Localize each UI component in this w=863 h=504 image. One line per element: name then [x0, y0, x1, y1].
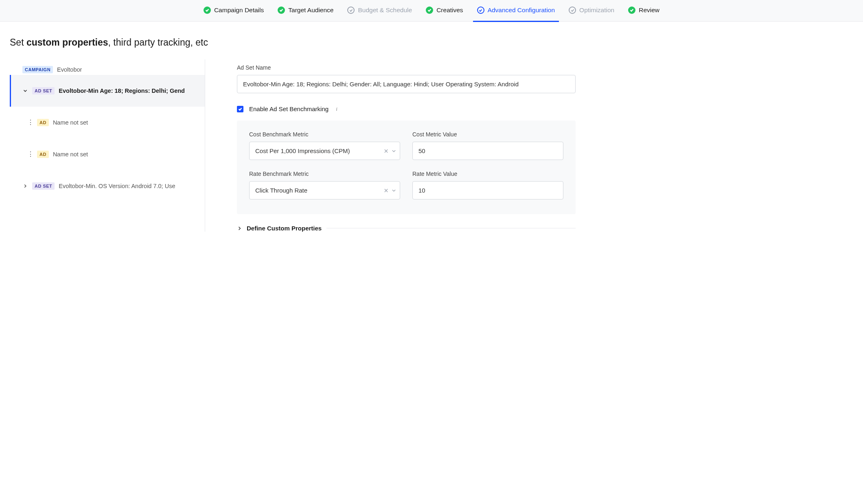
custom-properties-label: Define Custom Properties [247, 225, 322, 232]
campaign-name: Evoltobor [57, 66, 82, 73]
step-advanced-configuration[interactable]: Advanced Configuration [477, 7, 555, 15]
ad-name: Name not set [53, 119, 88, 126]
step-label: Campaign Details [214, 7, 264, 14]
divider [326, 228, 576, 228]
check-icon [204, 7, 211, 14]
rate-metric-label: Rate Benchmark Metric [249, 171, 400, 177]
step-label: Optimization [579, 7, 614, 14]
adset-name: Evoltobor-Min. OS Version: Android 7.0; … [59, 183, 175, 189]
benchmark-panel: Cost Benchmark Metric Cost Per 1,000 Imp… [237, 121, 576, 214]
step-campaign-details[interactable]: Campaign Details [204, 7, 264, 15]
checkbox-checked-icon[interactable] [237, 106, 243, 112]
chevron-down-icon [22, 88, 28, 94]
campaign-badge: CAMPAIGN [22, 66, 53, 73]
tree-adset-row[interactable]: AD SET Evoltobor-Min. OS Version: Androi… [10, 170, 205, 202]
adset-badge: AD SET [32, 87, 55, 94]
cost-value-input[interactable] [412, 142, 563, 160]
campaign-tree-sidebar: CAMPAIGN Evoltobor AD SET Evoltobor-Min … [10, 59, 205, 232]
page-title: Set custom properties, third party track… [0, 22, 863, 59]
check-icon [426, 7, 433, 14]
ad-name: Name not set [53, 151, 88, 158]
rate-value-label: Rate Metric Value [412, 171, 563, 177]
custom-properties-toggle[interactable]: Define Custom Properties [237, 225, 576, 232]
clear-icon[interactable] [384, 188, 388, 193]
check-icon [278, 7, 285, 14]
step-target-audience[interactable]: Target Audience [278, 7, 333, 15]
chevron-right-icon [237, 226, 242, 231]
step-creatives[interactable]: Creatives [426, 7, 463, 15]
step-budget-schedule[interactable]: Budget & Schedule [347, 7, 412, 15]
more-vertical-icon[interactable]: ⋮ [27, 119, 33, 126]
tree-adset-row[interactable]: AD SET Evoltobor-Min Age: 18; Regions: D… [10, 75, 205, 107]
tree-ad-row[interactable]: ⋮ AD Name not set [10, 138, 205, 170]
step-label: Review [639, 7, 659, 14]
chevron-right-icon [22, 183, 28, 189]
more-vertical-icon[interactable]: ⋮ [27, 151, 33, 158]
adset-badge: AD SET [32, 182, 55, 190]
step-optimization[interactable]: Optimization [569, 7, 614, 15]
cost-metric-select[interactable]: Cost Per 1,000 Impressions (CPM) [249, 142, 400, 160]
tree-ad-row[interactable]: ⋮ AD Name not set [10, 107, 205, 138]
clear-icon[interactable] [384, 149, 388, 153]
active-check-icon [477, 7, 484, 14]
rate-value-input[interactable] [412, 181, 563, 199]
adset-form: Ad Set Name Enable Ad Set Benchmarking i… [205, 59, 576, 232]
step-review[interactable]: Review [628, 7, 659, 15]
step-label: Budget & Schedule [358, 7, 412, 14]
step-label: Creatives [436, 7, 463, 14]
cost-value-label: Cost Metric Value [412, 131, 563, 138]
adset-name: Evoltobor-Min Age: 18; Regions: Delhi; G… [59, 88, 185, 94]
chevron-down-icon[interactable] [392, 149, 396, 153]
step-label: Advanced Configuration [488, 7, 555, 14]
cost-metric-label: Cost Benchmark Metric [249, 131, 400, 138]
empty-check-icon [569, 7, 576, 14]
adset-name-label: Ad Set Name [237, 64, 576, 71]
check-icon [628, 7, 635, 14]
ad-badge: AD [37, 151, 49, 158]
wizard-stepper: Campaign Details Target Audience Budget … [0, 0, 863, 22]
benchmark-label: Enable Ad Set Benchmarking [249, 105, 329, 112]
info-icon[interactable]: i [336, 106, 337, 112]
chevron-down-icon[interactable] [392, 188, 396, 193]
benchmark-checkbox-row[interactable]: Enable Ad Set Benchmarking i [237, 105, 576, 112]
adset-name-input[interactable] [237, 75, 576, 93]
ad-badge: AD [37, 119, 49, 126]
tree-campaign-row[interactable]: CAMPAIGN Evoltobor [10, 64, 205, 75]
step-label: Target Audience [288, 7, 333, 14]
empty-check-icon [347, 7, 355, 14]
rate-metric-select[interactable]: Click Through Rate [249, 181, 400, 199]
